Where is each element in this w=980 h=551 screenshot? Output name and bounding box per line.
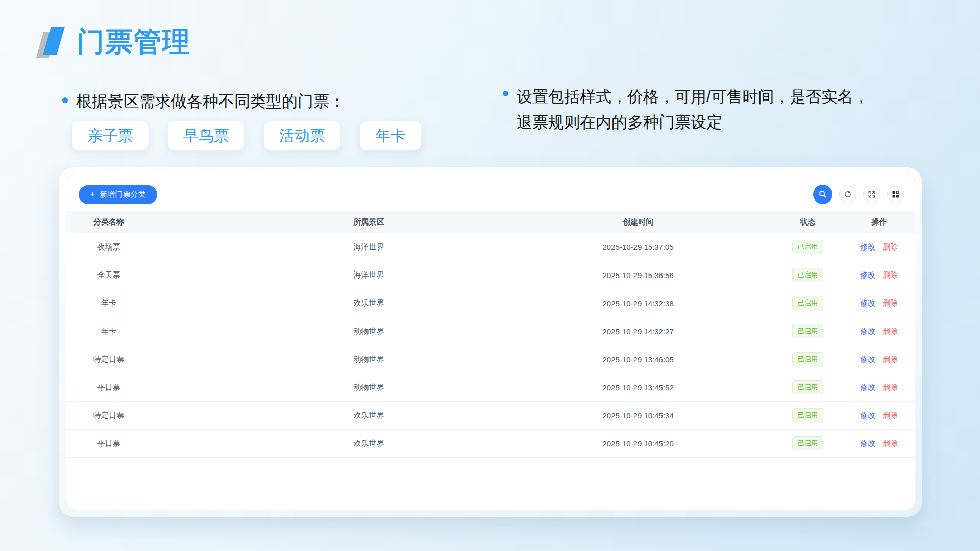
ticket-type-tag-event: 活动票 bbox=[263, 121, 341, 151]
delete-link[interactable]: 删除 bbox=[883, 298, 898, 308]
cell-status: 已启用 bbox=[772, 436, 844, 450]
cell-scenic-area: 动物世界 bbox=[233, 327, 504, 336]
column-header-spacer bbox=[151, 211, 233, 233]
search-button[interactable] bbox=[813, 185, 832, 204]
cell-category-name: 全天票 bbox=[66, 270, 151, 280]
delete-link[interactable]: 删除 bbox=[883, 355, 898, 364]
cell-category-name: 平日票 bbox=[66, 383, 151, 392]
table-row: 平日票动物世界2025-10-29 13:45:52已启用修改删除 bbox=[66, 373, 915, 402]
cell-scenic-area: 欢乐世界 bbox=[233, 439, 504, 448]
delete-link[interactable]: 删除 bbox=[883, 242, 898, 252]
toolbar-icon-group bbox=[813, 185, 904, 204]
refresh-button[interactable] bbox=[839, 186, 856, 203]
edit-link[interactable]: 修改 bbox=[860, 383, 875, 392]
column-header-status: 状态 bbox=[772, 211, 844, 233]
cell-created-time: 2025-10-29 13:46:05 bbox=[504, 355, 772, 364]
cell-actions: 修改删除 bbox=[843, 383, 915, 392]
bullet-text: 根据景区需求做各种不同类型的门票： bbox=[76, 91, 345, 112]
cell-scenic-area: 海洋世界 bbox=[233, 270, 504, 280]
edit-link[interactable]: 修改 bbox=[860, 439, 875, 448]
status-badge: 已启用 bbox=[792, 324, 823, 338]
bullet-item-ticket-settings: 设置包括样式，价格，可用/可售时间，是否实名， 退票规则在内的多种门票设定 bbox=[503, 84, 869, 135]
delete-link[interactable]: 删除 bbox=[883, 411, 898, 420]
delete-link[interactable]: 删除 bbox=[883, 270, 898, 280]
cell-category-name: 年卡 bbox=[66, 298, 151, 308]
cell-scenic-area: 动物世界 bbox=[233, 383, 504, 392]
title-slash-icon bbox=[40, 26, 64, 59]
cell-category-name: 夜场票 bbox=[66, 242, 151, 252]
edit-link[interactable]: 修改 bbox=[860, 298, 875, 308]
page-title: 门票管理 bbox=[77, 23, 191, 61]
cell-actions: 修改删除 bbox=[843, 355, 915, 364]
table-row: 年卡动物世界2025-10-29 14:32:27已启用修改删除 bbox=[66, 317, 915, 345]
cell-actions: 修改删除 bbox=[843, 298, 915, 308]
cell-status: 已启用 bbox=[772, 324, 844, 338]
cell-scenic-area: 欢乐世界 bbox=[233, 298, 504, 308]
cell-created-time: 2025-10-29 15:37:05 bbox=[504, 243, 772, 252]
cell-status: 已启用 bbox=[772, 408, 844, 422]
table-row: 特定日票欢乐世界2025-10-29 10:45:34已启用修改删除 bbox=[66, 402, 915, 430]
refresh-icon bbox=[844, 190, 852, 198]
status-badge: 已启用 bbox=[792, 240, 823, 254]
cell-status: 已启用 bbox=[772, 380, 844, 394]
table-row: 夜场票海洋世界2025-10-29 15:37:05已启用修改删除 bbox=[66, 233, 915, 261]
table-header: 分类名称 所属景区 创建时间 状态 操作 bbox=[66, 211, 915, 233]
cell-created-time: 2025-10-29 10:45:20 bbox=[504, 439, 772, 448]
ticket-category-panel: + 新增门票分类 bbox=[66, 174, 915, 510]
fullscreen-icon bbox=[868, 190, 876, 198]
column-header-category-name: 分类名称 bbox=[66, 211, 151, 233]
cell-created-time: 2025-10-29 10:45:34 bbox=[504, 411, 772, 420]
cell-status: 已启用 bbox=[772, 296, 844, 310]
edit-link[interactable]: 修改 bbox=[860, 270, 875, 280]
delete-link[interactable]: 删除 bbox=[883, 327, 898, 336]
bullet-dot-icon bbox=[503, 91, 508, 96]
edit-link[interactable]: 修改 bbox=[860, 411, 875, 420]
page-header: 门票管理 bbox=[40, 23, 191, 61]
edit-link[interactable]: 修改 bbox=[860, 355, 875, 364]
search-icon bbox=[818, 190, 827, 199]
fullscreen-button[interactable] bbox=[863, 186, 880, 203]
cell-created-time: 2025-10-29 15:36:56 bbox=[504, 271, 772, 280]
status-badge: 已启用 bbox=[792, 408, 823, 422]
status-badge: 已启用 bbox=[792, 268, 823, 282]
cell-category-name: 平日票 bbox=[66, 439, 151, 448]
cell-created-time: 2025-10-29 14:32:38 bbox=[504, 299, 772, 308]
table-row: 全天票海洋世界2025-10-29 15:36:56已启用修改删除 bbox=[66, 261, 915, 289]
bullet-item-ticket-types: 根据景区需求做各种不同类型的门票： bbox=[62, 91, 345, 112]
grid-icon bbox=[892, 190, 900, 198]
cell-category-name: 特定日票 bbox=[66, 355, 151, 364]
status-badge: 已启用 bbox=[792, 380, 823, 394]
content-card: + 新增门票分类 bbox=[59, 167, 922, 517]
cell-category-name: 特定日票 bbox=[66, 411, 151, 420]
cell-status: 已启用 bbox=[772, 240, 844, 254]
bullet-dot-icon bbox=[62, 97, 68, 103]
edit-link[interactable]: 修改 bbox=[860, 242, 875, 252]
column-header-scenic-area: 所属景区 bbox=[233, 211, 504, 233]
cell-status: 已启用 bbox=[772, 352, 844, 366]
bullet-text: 设置包括样式，价格，可用/可售时间，是否实名， 退票规则在内的多种门票设定 bbox=[517, 84, 869, 135]
status-badge: 已启用 bbox=[792, 352, 823, 366]
add-ticket-category-button[interactable]: + 新增门票分类 bbox=[79, 185, 157, 204]
cell-status: 已启用 bbox=[772, 268, 844, 282]
cell-scenic-area: 欢乐世界 bbox=[233, 411, 504, 420]
delete-link[interactable]: 删除 bbox=[883, 383, 898, 392]
column-header-actions: 操作 bbox=[843, 211, 915, 233]
cell-actions: 修改删除 bbox=[843, 439, 915, 448]
cell-actions: 修改删除 bbox=[843, 327, 915, 336]
status-badge: 已启用 bbox=[792, 436, 823, 450]
status-badge: 已启用 bbox=[792, 296, 823, 310]
delete-link[interactable]: 删除 bbox=[883, 439, 898, 448]
table-body: 夜场票海洋世界2025-10-29 15:37:05已启用修改删除全天票海洋世界… bbox=[66, 233, 915, 458]
cell-actions: 修改删除 bbox=[843, 270, 915, 280]
ticket-type-tag-annual-card: 年卡 bbox=[359, 121, 422, 151]
table-row: 年卡欢乐世界2025-10-29 14:32:38已启用修改删除 bbox=[66, 289, 915, 317]
cell-actions: 修改删除 bbox=[843, 242, 915, 252]
column-header-created-time: 创建时间 bbox=[504, 211, 772, 233]
plus-icon: + bbox=[90, 190, 95, 199]
table-row: 平日票欢乐世界2025-10-29 10:45:20已启用修改删除 bbox=[66, 430, 915, 458]
cell-scenic-area: 海洋世界 bbox=[233, 242, 504, 252]
grid-settings-button[interactable] bbox=[887, 186, 904, 203]
cell-actions: 修改删除 bbox=[843, 411, 915, 420]
cell-category-name: 年卡 bbox=[66, 327, 151, 336]
edit-link[interactable]: 修改 bbox=[860, 327, 875, 336]
